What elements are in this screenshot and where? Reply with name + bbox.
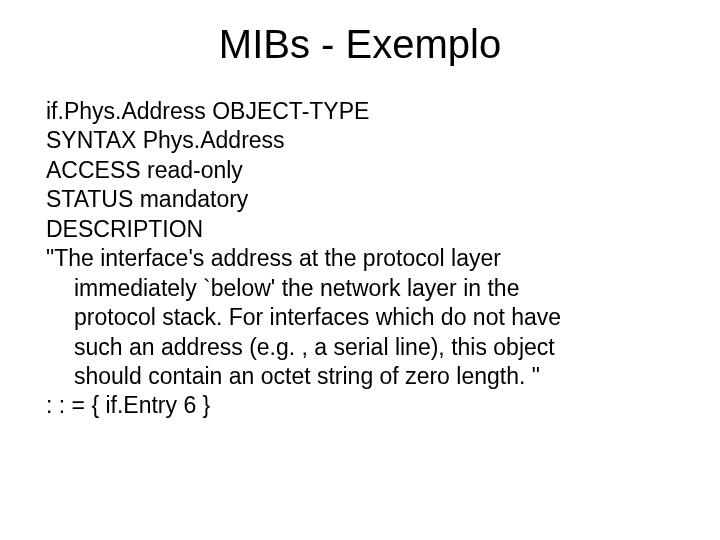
mib-line-2: SYNTAX Phys.Address (46, 126, 660, 155)
slide-title: MIBs - Exemplo (0, 0, 720, 97)
slide: MIBs - Exemplo if.Phys.Address OBJECT-TY… (0, 0, 720, 540)
mib-line-11: : : = { if.Entry 6 } (46, 391, 660, 420)
slide-body: if.Phys.Address OBJECT-TYPE SYNTAX Phys.… (0, 97, 720, 421)
mib-line-4: STATUS mandatory (46, 185, 660, 214)
mib-line-5: DESCRIPTION (46, 215, 660, 244)
mib-line-8: protocol stack. For interfaces which do … (46, 303, 660, 332)
mib-line-6: "The interface's address at the protocol… (46, 244, 660, 273)
mib-line-3: ACCESS read-only (46, 156, 660, 185)
mib-line-1: if.Phys.Address OBJECT-TYPE (46, 97, 660, 126)
mib-line-9: such an address (e.g. , a serial line), … (46, 333, 660, 362)
mib-line-7: immediately `below' the network layer in… (46, 274, 660, 303)
mib-line-10: should contain an octet string of zero l… (46, 362, 660, 391)
